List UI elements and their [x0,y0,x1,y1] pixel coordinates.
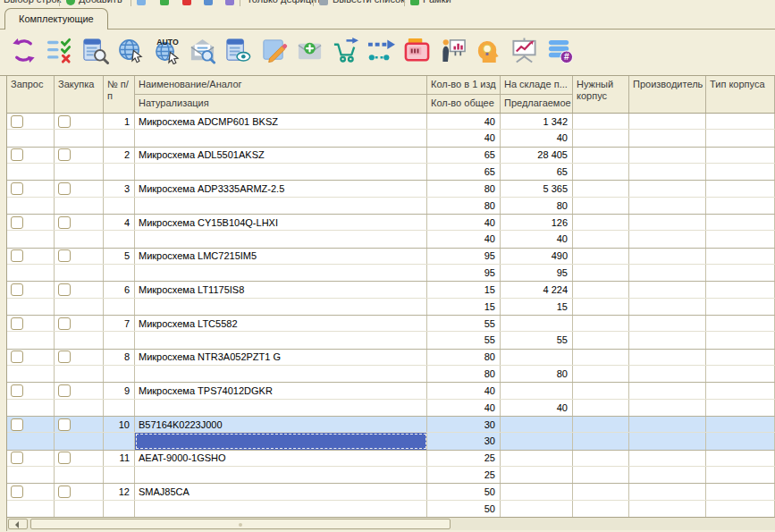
presenter-board-icon[interactable] [439,37,467,64]
purchase-checkbox[interactable] [58,115,71,128]
table-row[interactable]: 9 Микросхема TPS74012DGKR 40 40 [7,383,775,417]
naturalization-cell[interactable] [135,501,427,517]
stock-cell[interactable] [501,417,573,432]
qty-total-cell[interactable]: 80 [427,198,501,214]
case-type-cell[interactable] [706,350,775,365]
save-icon[interactable] [204,0,213,5]
qty-total-cell[interactable]: 40 [427,231,501,247]
case-needed-cell[interactable] [573,383,629,398]
col-header-qty-top[interactable]: Кол-во в 1 изд [427,76,500,95]
stock-cell[interactable]: 1 342 [501,114,573,129]
offered-cell[interactable] [501,501,573,517]
manufacturer-cell[interactable] [629,181,706,196]
delete-icon[interactable] [182,0,191,5]
move-down-icon[interactable] [160,0,169,5]
col-header-name[interactable]: Наименование/Аналог Натурализация [135,76,427,113]
case-type-cell[interactable] [706,215,775,230]
purchase-checkbox[interactable] [58,216,71,229]
refresh-icon[interactable] [10,37,38,64]
naturalization-cell[interactable] [135,400,427,416]
component-name-cell[interactable]: B57164K0223J000 [135,417,427,432]
qty-total-cell[interactable]: 50 [427,501,501,517]
print-list-button[interactable]: Вывести список [333,0,405,5]
stock-cell[interactable]: 28 405 [501,148,573,163]
case-type-cell[interactable] [706,484,775,499]
col-header-qty[interactable]: Кол-во в 1 изд Кол-во общее [427,76,501,113]
table-row[interactable]: 7 Микросхема LTC5582 55 55 [7,316,775,350]
col-header-request[interactable]: Запрос [7,76,55,113]
stock-cell[interactable] [501,316,573,331]
filter-icon[interactable] [225,0,234,5]
idea-head-icon[interactable] [475,37,502,64]
col-header-case-needed[interactable]: Нужный корпус [573,76,629,113]
col-header-stock-top[interactable]: На складе п... [501,76,572,95]
database-number-icon[interactable]: # [546,37,574,64]
offered-cell[interactable]: 15 [501,299,573,315]
doc-search-icon[interactable] [81,37,109,64]
case-type-cell[interactable] [706,383,775,398]
manufacturer-cell[interactable] [629,484,706,499]
qty-per-unit-cell[interactable]: 65 [427,148,501,163]
component-name-cell[interactable]: Микросхема LMC7215IM5 [135,249,427,264]
stock-cell[interactable]: 5 365 [501,181,573,196]
qty-per-unit-cell[interactable]: 55 [427,316,501,331]
add-button[interactable]: Добавить [79,0,122,5]
purchase-checkbox[interactable] [58,350,71,363]
offered-cell[interactable]: 40 [501,400,573,416]
qty-per-unit-cell[interactable]: 25 [427,451,501,466]
naturalization-cell[interactable] [135,332,427,348]
col-header-manufacturer[interactable]: Производитель [629,76,706,113]
purchase-checkbox[interactable] [58,249,71,262]
col-header-stock-bottom[interactable]: Предлагаемое [501,95,572,113]
qty-total-cell[interactable]: 65 [427,164,501,180]
offered-cell[interactable]: 65 [501,164,573,180]
component-name-cell[interactable]: Микросхема TPS74012DGKR [135,383,427,398]
scrollbar-thumb[interactable] [30,519,451,529]
case-needed-cell[interactable] [573,484,629,499]
route-icon[interactable] [367,37,395,64]
table-row[interactable]: 10 B57164K0223J000 30 30 [7,417,775,451]
select-rows-button[interactable]: Выбор строк [4,0,61,5]
case-needed-cell[interactable] [573,215,629,230]
table-row[interactable]: 3 Микросхема ADP3335ARMZ-2.5 80 5 365 8 [7,181,775,215]
export-icon[interactable] [410,0,419,5]
naturalization-cell[interactable] [135,130,427,146]
case-needed-cell[interactable] [573,350,629,365]
request-checkbox[interactable] [11,283,23,296]
manufacturer-cell[interactable] [629,215,706,230]
naturalization-cell[interactable] [135,467,427,483]
purchase-checkbox[interactable] [58,384,71,397]
manufacturer-cell[interactable] [629,114,706,129]
manufacturer-cell[interactable] [629,350,706,365]
case-type-cell[interactable] [706,316,775,331]
note-edit-icon[interactable] [260,37,288,64]
checklist-icon[interactable] [46,37,73,64]
naturalization-cell[interactable] [135,366,427,382]
stock-cell[interactable] [501,350,573,365]
request-checkbox[interactable] [11,182,23,195]
offered-cell[interactable]: 95 [501,265,573,281]
case-needed-cell[interactable] [573,451,629,466]
manufacturer-cell[interactable] [629,451,706,466]
component-name-cell[interactable]: SMAJ85CA [135,484,427,499]
stock-cell[interactable] [501,451,573,466]
table-row[interactable]: 5 Микросхема LMC7215IM5 95 490 95 [7,249,775,283]
case-needed-cell[interactable] [573,249,629,264]
mail-search-icon[interactable] [189,37,216,64]
case-needed-cell[interactable] [573,316,629,331]
offered-cell[interactable] [501,467,573,483]
stock-cell[interactable]: 490 [501,249,573,264]
case-needed-cell[interactable] [573,114,629,129]
request-checkbox[interactable] [11,486,23,498]
request-checkbox[interactable] [11,384,23,397]
table-row[interactable]: 4 Микросхема CY15B104Q-LHXI 40 126 40 [7,215,775,249]
naturalization-cell[interactable] [135,231,427,247]
qty-per-unit-cell[interactable]: 50 [427,484,501,499]
col-header-case-type[interactable]: Тип корпуса [706,76,775,113]
stock-cell[interactable]: 126 [501,215,573,230]
manufacturer-cell[interactable] [629,249,706,264]
table-row[interactable]: 12 SMAJ85CA 50 50 [7,484,775,518]
offered-cell[interactable]: 80 [501,366,573,382]
manufacturer-cell[interactable] [629,417,706,432]
printer-icon[interactable] [319,0,328,5]
